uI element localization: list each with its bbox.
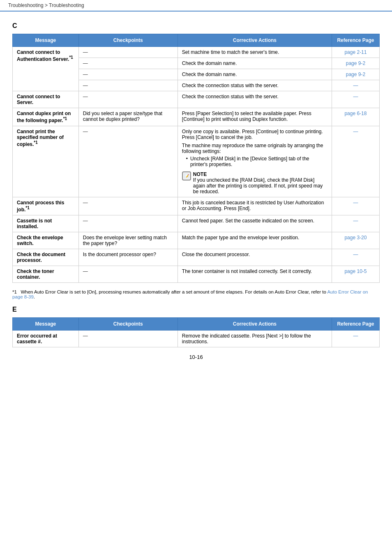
corrective-cell: This job is canceled because it is restr… [178, 197, 332, 215]
footnote-text: *1 When Auto Error Clear is set to [On],… [12, 289, 327, 294]
message-cell: Cannot connect to Server. [13, 91, 79, 108]
checkpoint-cell: — [78, 126, 178, 197]
checkpoint-cell: Did you select a paper size/type that ca… [78, 108, 178, 126]
ref-cell: page 2-11 [332, 47, 379, 58]
checkpoint-cell: — [78, 91, 178, 108]
corrective-cell: Check the connection status with the ser… [178, 80, 332, 91]
section-e-letter: E [12, 306, 380, 313]
ref-cell: — [332, 126, 379, 197]
ref-link[interactable]: page 9-2 [346, 72, 365, 77]
note-icon: 📝 [182, 171, 191, 180]
col-header-reference: Reference Page [332, 34, 379, 47]
ref-cell: page 3-20 [332, 232, 379, 249]
section-c-table: Message Checkpoints Corrective Actions R… [12, 34, 380, 283]
corrective-cell: Cannot feed paper. Set the cassette indi… [178, 215, 332, 232]
table-row: Cannot connect to Server. — Check the co… [13, 91, 380, 108]
table-row: Error occurred at cassette #. — Remove t… [13, 331, 380, 347]
col-header-message: Message [13, 34, 79, 47]
corrective-cell: Close the document processor. [178, 249, 332, 266]
ref-cell: page 6-18 [332, 108, 379, 126]
checkpoint-cell: — [78, 197, 178, 215]
table-row: Cannot print the specified number of cop… [13, 126, 380, 197]
page-number: 10-16 [12, 354, 380, 360]
ref-cell: — [332, 91, 379, 108]
message-cell: Cannot process this job.*1 [13, 197, 79, 215]
corrective-text-1: Only one copy is available. Press [Conti… [182, 129, 327, 140]
message-cell: Cannot duplex print on the following pap… [13, 108, 79, 126]
message-cell: Check the envelope switch. [13, 232, 79, 249]
section-c-letter: C [12, 22, 380, 30]
note-content: NOTE If you unchecked the [RAM Disk], ch… [193, 171, 327, 194]
checkpoint-cell: — [78, 331, 178, 347]
corrective-cell: Press [Paper Selection] to select the av… [178, 108, 332, 126]
ref-cell: — [332, 249, 379, 266]
message-cell: Cannot connect to Authentication Server.… [13, 47, 79, 91]
ref-cell: — [332, 331, 379, 347]
checkpoint-cell: Is the document processor open? [78, 249, 178, 266]
breadcrumb-bar: Troubleshooting > Troubleshooting [0, 0, 392, 12]
checkpoint-cell: — [78, 80, 178, 91]
checkpoint-cell: Does the envelope lever setting match th… [78, 232, 178, 249]
message-cell: Check the toner container. [13, 266, 79, 283]
ref-cell: — [332, 197, 379, 215]
bullet-item-1: • Uncheck [RAM Disk] in the [Device Sett… [186, 156, 327, 167]
section-e-table: Message Checkpoints Corrective Actions R… [12, 317, 380, 347]
col-header-reference-e: Reference Page [332, 318, 379, 331]
checkpoint-cell: — [78, 69, 178, 80]
ref-link[interactable]: page 6-18 [344, 111, 367, 116]
ref-cell: — [332, 80, 379, 91]
ref-cell: page 9-2 [332, 69, 379, 80]
corrective-text-2: The machine may reproduce the same origi… [182, 143, 327, 154]
table-row: Cannot duplex print on the following pap… [13, 108, 380, 126]
table-row: Cannot connect to Authentication Server.… [13, 47, 380, 58]
bullet-dot: • [186, 156, 188, 162]
corrective-cell: Check the connection status with the ser… [178, 91, 332, 108]
table-row: Check the envelope switch. Does the enve… [13, 232, 380, 249]
note-block: 📝 NOTE If you unchecked the [RAM Disk], … [182, 171, 327, 194]
note-text: If you unchecked the [RAM Disk], check t… [193, 177, 323, 194]
checkpoint-cell: — [78, 58, 178, 69]
bullet-text: Uncheck [RAM Disk] in the [Device Settin… [190, 156, 327, 167]
corrective-cell: Remove the indicated cassette. Press [Ne… [178, 331, 332, 347]
checkpoint-cell: — [78, 215, 178, 232]
ref-cell: page 10-5 [332, 266, 379, 283]
corrective-cell: Match the paper type and the envelope le… [178, 232, 332, 249]
col-header-checkpoints-e: Checkpoints [78, 318, 178, 331]
table-row: Check the toner container. — The toner c… [13, 266, 380, 283]
message-cell: Check the document processor. [13, 249, 79, 266]
message-cell: Cassette is not installed. [13, 215, 79, 232]
checkpoint-cell: — [78, 266, 178, 283]
corrective-cell: Check the domain name. [178, 58, 332, 69]
checkpoint-cell: — [78, 47, 178, 58]
footnote-period: . [34, 294, 35, 299]
note-label: NOTE [193, 171, 207, 177]
footnote-section: *1 When Auto Error Clear is set to [On],… [12, 289, 380, 299]
col-header-checkpoints: Checkpoints [78, 34, 178, 47]
col-header-corrective: Corrective Actions [178, 34, 332, 47]
ref-link[interactable]: page 3-20 [344, 235, 367, 240]
corrective-cell: Check the domain name. [178, 69, 332, 80]
ref-cell: — [332, 215, 379, 232]
corrective-cell: The toner container is not installed cor… [178, 266, 332, 283]
breadcrumb-text: Troubleshooting > Troubleshooting [8, 2, 84, 8]
table-row: Check the document processor. Is the doc… [13, 249, 380, 266]
corrective-cell: Only one copy is available. Press [Conti… [178, 126, 332, 197]
ref-cell: page 9-2 [332, 58, 379, 69]
ref-link[interactable]: page 9-2 [346, 60, 365, 66]
corrective-cell: Set machine time to match the server's t… [178, 47, 332, 58]
table-row: Cassette is not installed. — Cannot feed… [13, 215, 380, 232]
table-row: Cannot process this job.*1 — This job is… [13, 197, 380, 215]
ref-link[interactable]: page 2-11 [344, 49, 367, 55]
ref-link[interactable]: page 10-5 [344, 268, 367, 274]
col-header-message-e: Message [13, 318, 79, 331]
message-cell: Cannot print the specified number of cop… [13, 126, 79, 197]
message-cell: Error occurred at cassette #. [13, 331, 79, 347]
col-header-corrective-e: Corrective Actions [178, 318, 332, 331]
